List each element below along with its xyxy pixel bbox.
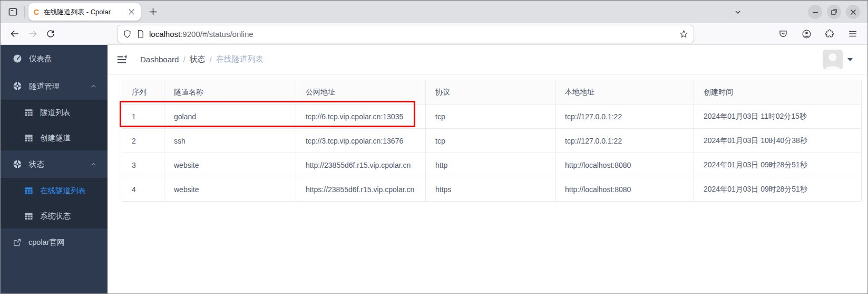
shield-icon[interactable] — [123, 30, 132, 39]
table-row: 2 ssh tcp://3.tcp.vip.cpolar.cn:13676 tc… — [122, 129, 862, 153]
sidebar: 仪表盘 隧道管理 隧道列表 — [1, 45, 108, 293]
sidebar-item-label: 创建隧道 — [40, 133, 71, 143]
tab-title: 在线隧道列表 - Cpolar — [43, 7, 126, 17]
cell-local-address: http://localhost:8080 — [555, 153, 694, 177]
table-row: 4 website https://23855d6f.r15.vip.cpola… — [122, 177, 862, 202]
table-row: 1 goland tcp://6.tcp.vip.cpolar.cn:13035… — [122, 105, 862, 129]
cell-protocol: http — [426, 153, 555, 177]
minimize-button[interactable] — [808, 5, 822, 19]
table-header-row: 序列 隧道名称 公网地址 协议 本地地址 创建时间 — [122, 80, 862, 105]
firefox-view-icon[interactable] — [5, 4, 21, 20]
page-info-icon[interactable] — [136, 30, 144, 39]
cell-protocol: tcp — [426, 129, 555, 153]
compass-icon — [13, 159, 22, 169]
cell-local-address: tcp://127.0.0.1:22 — [555, 129, 694, 153]
url-text: localhost:9200/#/status/online — [149, 30, 679, 39]
cell-tunnel-name: ssh — [164, 129, 296, 153]
main-header: Dashboard / 状态 / 在线隧道列表 — [108, 45, 867, 74]
sidebar-collapse-icon[interactable] — [116, 54, 128, 65]
list-all-tabs-chevron-icon[interactable] — [730, 4, 746, 20]
sidebar-item-label: 系统状态 — [40, 211, 71, 221]
bookmark-star-icon[interactable] — [679, 30, 688, 39]
url-path: :9200/#/status/online — [180, 30, 253, 39]
cell-seq: 3 — [122, 153, 164, 177]
sidebar-item-label: 状态 — [29, 159, 44, 169]
cell-tunnel-name: goland — [164, 105, 296, 129]
dashboard-gauge-icon — [13, 54, 22, 63]
cell-tunnel-name: website — [164, 153, 296, 177]
table-grid-icon — [24, 212, 33, 221]
toolbar-right — [775, 25, 861, 42]
sidebar-item-label: 隧道列表 — [40, 108, 71, 118]
browser-window: C 在线隧道列表 - Cpolar — [0, 0, 868, 294]
chevron-up-icon — [90, 161, 97, 168]
cell-created-time: 2024年01月03日 09时28分51秒 — [694, 177, 862, 202]
sidebar-item-status[interactable]: 状态 — [1, 150, 108, 178]
pocket-icon[interactable] — [775, 25, 792, 42]
sidebar-item-tunnel-list[interactable]: 隧道列表 — [1, 100, 108, 125]
hamburger-menu-icon[interactable] — [844, 25, 861, 42]
col-header-protocol: 协议 — [426, 80, 555, 105]
reload-button[interactable] — [42, 25, 60, 42]
extensions-puzzle-icon[interactable] — [821, 25, 838, 42]
sidebar-item-system-status[interactable]: 系统状态 — [1, 203, 108, 229]
cell-seq: 4 — [122, 177, 164, 202]
breadcrumb-separator: / — [183, 55, 185, 64]
forward-button[interactable] — [24, 25, 42, 42]
table-grid-icon — [24, 186, 33, 195]
col-header-tunnel-name: 隧道名称 — [164, 80, 296, 105]
browser-tab[interactable]: C 在线隧道列表 - Cpolar — [28, 3, 141, 21]
caret-down-icon — [847, 58, 853, 61]
cell-protocol: tcp — [426, 105, 555, 129]
breadcrumb-item-status[interactable]: 状态 — [190, 54, 206, 64]
chevron-up-icon — [90, 83, 97, 90]
cell-local-address: http://localhost:8080 — [555, 177, 694, 202]
sidebar-item-cpolar-website[interactable]: cpolar官网 — [1, 229, 108, 256]
account-icon[interactable] — [798, 25, 815, 42]
sidebar-submenu-tunnel: 隧道列表 创建隧道 — [1, 100, 108, 150]
cell-public-address: http://23855d6f.r15.vip.cpolar.cn — [296, 153, 426, 177]
main-area: Dashboard / 状态 / 在线隧道列表 — [108, 45, 867, 293]
sidebar-item-label: 隧道管理 — [29, 81, 60, 91]
online-tunnel-table: 序列 隧道名称 公网地址 协议 本地地址 创建时间 1 goland tcp:/ — [122, 80, 862, 202]
url-host: localhost — [149, 30, 180, 39]
sidebar-item-tunnel-management[interactable]: 隧道管理 — [1, 72, 108, 100]
col-header-local-address: 本地地址 — [555, 80, 694, 105]
sidebar-submenu-status: 在线隧道列表 系统状态 — [1, 178, 108, 229]
sidebar-item-label: 在线隧道列表 — [40, 186, 86, 196]
cell-created-time: 2024年01月03日 09时28分51秒 — [694, 153, 862, 177]
cell-local-address: tcp://127.0.0.1:22 — [555, 105, 694, 129]
avatar — [823, 50, 843, 70]
cpolar-favicon: C — [34, 8, 39, 16]
divider — [24, 6, 25, 18]
tunnel-table-area: 序列 隧道名称 公网地址 协议 本地地址 创建时间 1 goland tcp:/ — [122, 80, 862, 202]
compass-icon — [13, 81, 22, 91]
sidebar-item-dashboard[interactable]: 仪表盘 — [1, 45, 108, 72]
restore-button[interactable] — [827, 5, 841, 19]
window-controls — [808, 5, 860, 19]
tab-close-icon[interactable] — [126, 7, 136, 17]
cell-protocol: https — [426, 177, 555, 202]
sidebar-item-create-tunnel[interactable]: 创建隧道 — [1, 125, 108, 150]
table-row: 3 website http://23855d6f.r15.vip.cpolar… — [122, 153, 862, 177]
table-grid-icon — [24, 108, 33, 117]
col-header-seq: 序列 — [122, 80, 164, 105]
close-button[interactable] — [846, 5, 860, 19]
col-header-public-address: 公网地址 — [296, 80, 426, 105]
cell-public-address: https://23855d6f.r15.vip.cpolar.cn — [296, 177, 426, 202]
breadcrumb-item-dashboard[interactable]: Dashboard — [140, 55, 179, 64]
sidebar-item-label: cpolar官网 — [28, 238, 65, 248]
new-tab-button[interactable] — [145, 4, 161, 20]
cell-public-address: tcp://6.tcp.vip.cpolar.cn:13035 — [296, 105, 426, 129]
user-menu[interactable] — [823, 50, 853, 70]
col-header-created-time: 创建时间 — [694, 80, 862, 105]
navigation-bar: localhost:9200/#/status/online — [1, 23, 867, 45]
url-bar[interactable]: localhost:9200/#/status/online — [118, 25, 694, 43]
cell-public-address: tcp://3.tcp.vip.cpolar.cn:13676 — [296, 129, 426, 153]
external-link-icon — [13, 238, 22, 247]
breadcrumb: Dashboard / 状态 / 在线隧道列表 — [140, 54, 264, 64]
sidebar-item-online-tunnel-list[interactable]: 在线隧道列表 — [1, 178, 108, 203]
back-button[interactable] — [6, 25, 24, 42]
breadcrumb-item-current: 在线隧道列表 — [216, 54, 264, 64]
sidebar-item-label: 仪表盘 — [29, 54, 52, 64]
